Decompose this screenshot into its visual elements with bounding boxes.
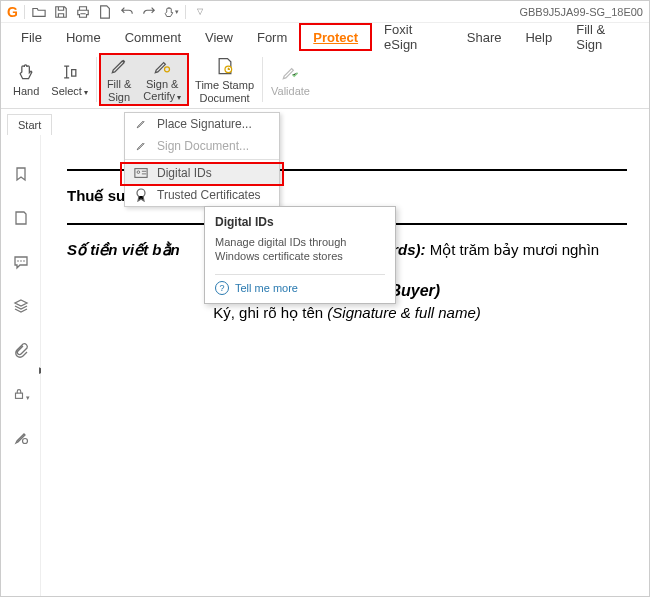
menu-trusted-certs-label: Trusted Certificates — [157, 188, 261, 202]
menu-foxit-esign[interactable]: Foxit eSign — [372, 23, 455, 51]
menu-sign-document: Sign Document... — [125, 135, 279, 157]
separator — [262, 57, 263, 102]
separator — [125, 159, 279, 160]
time-stamp-button[interactable]: Time Stamp Document — [189, 53, 260, 106]
menu-help[interactable]: Help — [513, 23, 564, 51]
fill-sign-button[interactable]: Fill & Sign — [101, 55, 137, 104]
fill-sign-label: Fill & Sign — [107, 78, 131, 102]
menu-digital-ids-label: Digital IDs — [157, 166, 212, 180]
tooltip-title: Digital IDs — [215, 215, 385, 229]
pen-icon — [133, 118, 149, 130]
menu-home[interactable]: Home — [54, 23, 113, 51]
security-icon[interactable]: ▾ — [12, 385, 30, 403]
comments-icon[interactable] — [12, 253, 30, 271]
bookmark-icon[interactable] — [12, 165, 30, 183]
menu-share[interactable]: Share — [455, 23, 514, 51]
main-area: ▾ ▶ Thuế suất GTGT Số tiền viết bằn rds)… — [1, 135, 649, 597]
quick-access-bar: G ▾ ▽ GBB9J5JA99-SG_18E00 — [1, 1, 649, 23]
menu-protect[interactable]: Protect — [299, 23, 372, 51]
menu-fill-sign[interactable]: Fill & Sign — [564, 23, 641, 51]
hand-button[interactable]: Hand — [7, 53, 45, 106]
id-card-icon — [133, 167, 149, 179]
svg-point-2 — [17, 260, 19, 262]
tooltip-body: Manage digital IDs through Windows certi… — [215, 235, 385, 264]
menu-sign-document-label: Sign Document... — [157, 139, 249, 153]
pen-icon — [133, 140, 149, 152]
separator — [96, 57, 97, 102]
tooltip-link-label: Tell me more — [235, 282, 298, 294]
svg-point-6 — [22, 439, 27, 444]
validate-label: Validate — [271, 85, 310, 97]
menu-place-signature[interactable]: Place Signature... — [125, 113, 279, 135]
layers-icon[interactable] — [12, 297, 30, 315]
customize-dropdown-icon[interactable]: ▽ — [192, 4, 208, 20]
window-title: GBB9J5JA99-SG_18E00 — [519, 6, 643, 18]
svg-point-9 — [137, 189, 145, 197]
attachment-icon[interactable] — [12, 341, 30, 359]
svg-point-4 — [23, 260, 25, 262]
document-tabs: Start — [1, 109, 649, 135]
select-label: Select▾ — [51, 85, 88, 98]
menu-file[interactable]: File — [9, 23, 54, 51]
svg-point-8 — [137, 171, 140, 174]
separator — [24, 5, 25, 19]
sign-certify-button[interactable]: Sign & Certify▾ — [137, 55, 187, 104]
timestamp-icon — [214, 55, 236, 77]
pen-cert-icon — [151, 56, 173, 76]
sidebar: ▾ ▶ — [1, 135, 41, 597]
svg-rect-7 — [135, 169, 147, 178]
validate-button[interactable]: Validate — [265, 53, 316, 106]
validate-icon — [279, 61, 301, 83]
redo-icon[interactable] — [141, 4, 157, 20]
ribbon: Hand Select▾ Fill & Sign Sign & Certify▾… — [1, 51, 649, 109]
print-icon[interactable] — [75, 4, 91, 20]
svg-rect-5 — [15, 393, 22, 398]
menu-digital-ids[interactable]: Digital IDs — [125, 162, 279, 184]
ribbon-icon — [133, 188, 149, 202]
hand-qa-icon[interactable]: ▾ — [163, 4, 179, 20]
signature-panel-icon[interactable] — [12, 429, 30, 447]
sign-certify-menu: Place Signature... Sign Document... Digi… — [124, 112, 280, 207]
pages-icon[interactable] — [12, 209, 30, 227]
select-button[interactable]: Select▾ — [45, 53, 94, 106]
menu-comment[interactable]: Comment — [113, 23, 193, 51]
doc-text: Ký, ghi rõ họ tên (Signature & full name… — [67, 304, 627, 322]
app-logo: G — [7, 4, 18, 20]
tooltip: Digital IDs Manage digital IDs through W… — [204, 206, 396, 304]
page-icon[interactable] — [97, 4, 113, 20]
save-icon[interactable] — [53, 4, 69, 20]
tab-start[interactable]: Start — [7, 114, 52, 135]
menu-bar: File Home Comment View Form Protect Foxi… — [1, 23, 649, 51]
svg-point-0 — [165, 67, 170, 72]
open-icon[interactable] — [31, 4, 47, 20]
undo-icon[interactable] — [119, 4, 135, 20]
time-stamp-label: Time Stamp Document — [195, 79, 254, 103]
menu-form[interactable]: Form — [245, 23, 299, 51]
menu-place-signature-label: Place Signature... — [157, 117, 252, 131]
menu-view[interactable]: View — [193, 23, 245, 51]
sign-certify-label: Sign & Certify▾ — [143, 78, 181, 103]
pen-icon — [108, 56, 130, 76]
hand-icon — [15, 61, 37, 83]
menu-trusted-certificates[interactable]: Trusted Certificates — [125, 184, 279, 206]
svg-point-3 — [20, 260, 22, 262]
help-icon: ? — [215, 281, 229, 295]
hand-label: Hand — [13, 85, 39, 97]
select-icon — [59, 61, 81, 83]
tooltip-help-link[interactable]: ? Tell me more — [215, 274, 385, 295]
separator — [185, 5, 186, 19]
